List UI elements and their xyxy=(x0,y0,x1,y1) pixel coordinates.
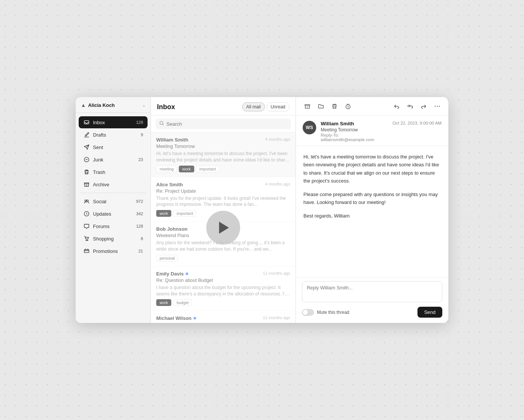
sidebar-item-shopping-badge: 8 xyxy=(136,236,143,241)
sent-icon xyxy=(83,144,90,151)
email-item-1[interactable]: William Smith 4 months ago Meeting Tomor… xyxy=(151,132,296,177)
email-tags-1: meeting work important xyxy=(156,166,290,172)
tag-meeting: meeting xyxy=(156,166,177,172)
account-header[interactable]: ▲ Alicia Koch ⌄ xyxy=(76,97,151,113)
email-tags-4: work budget xyxy=(156,299,290,306)
sidebar-nav: Inbox 128 Drafts 9 xyxy=(76,113,151,323)
drafts-icon xyxy=(83,131,90,138)
unread-dot-5 xyxy=(193,317,196,320)
inbox-icon xyxy=(83,119,90,126)
send-button[interactable]: Send xyxy=(417,307,442,318)
tag-budget: budget xyxy=(173,299,192,306)
toolbar-forward-btn[interactable] xyxy=(418,101,429,111)
body-para-1: Hi, let's have a meeting tomorrow to dis… xyxy=(303,153,441,185)
email-time-1: 4 months ago xyxy=(265,137,290,143)
sidebar-item-trash[interactable]: Trash xyxy=(79,166,148,178)
updates-icon xyxy=(83,210,90,217)
tag-important-1: important xyxy=(196,166,219,172)
sidebar-item-inbox[interactable]: Inbox 128 xyxy=(79,116,148,128)
toolbar-more-btn[interactable] xyxy=(432,101,442,111)
tag-work-1: work xyxy=(179,166,194,172)
detail-toolbar xyxy=(296,97,448,116)
mute-toggle[interactable] xyxy=(302,309,314,316)
email-time-2: 4 months ago xyxy=(265,182,290,187)
body-para-3: Best regards, William xyxy=(303,212,441,220)
sidebar-item-shopping[interactable]: Shopping 8 xyxy=(79,233,148,245)
account-chevron[interactable]: ⌄ xyxy=(142,103,145,107)
video-play-button[interactable] xyxy=(206,211,240,245)
toolbar-folder-btn[interactable] xyxy=(315,101,326,111)
svg-point-4 xyxy=(87,200,88,201)
email-preview-1: Hi, let's have a meeting tomorrow to dis… xyxy=(156,151,290,163)
sidebar-item-archive[interactable]: Archive xyxy=(79,178,148,190)
social-icon xyxy=(83,198,90,205)
sidebar-item-promotions-badge: 21 xyxy=(136,249,143,253)
detail-email-header: WS William Smith Meeting Tomorrow Reply-… xyxy=(296,116,448,146)
toolbar-reply-btn[interactable] xyxy=(391,101,402,111)
email-preview-2: Thank you for the project update. It loo… xyxy=(156,195,290,208)
sidebar: ▲ Alicia Koch ⌄ Inbox 128 xyxy=(76,97,151,323)
shopping-icon xyxy=(83,235,90,242)
search-icon xyxy=(159,121,164,127)
mute-label: Mute this thread xyxy=(317,310,349,315)
svg-point-9 xyxy=(160,122,163,125)
toolbar-trash-btn[interactable] xyxy=(329,101,340,111)
junk-icon xyxy=(83,156,90,163)
sidebar-item-sent[interactable]: Sent xyxy=(79,141,148,153)
filter-group: All mail Unread xyxy=(242,102,289,111)
filter-all-mail[interactable]: All mail xyxy=(242,102,265,111)
sidebar-item-social-label: Social xyxy=(93,199,136,204)
email-subject-4: Re: Question about Budget xyxy=(156,278,290,283)
sidebar-item-junk[interactable]: Junk 23 xyxy=(79,154,148,166)
sidebar-item-inbox-badge: 128 xyxy=(136,120,143,125)
sidebar-item-promotions[interactable]: Promotions 21 xyxy=(79,245,148,257)
search-bar xyxy=(151,116,296,132)
sidebar-item-promotions-label: Promotions xyxy=(93,248,136,254)
inbox-panel: Inbox All mail Unread xyxy=(151,97,296,323)
sidebar-item-social[interactable]: Social 972 xyxy=(79,195,148,207)
email-item-4[interactable]: Emily Davis 11 months ago Re: Question a… xyxy=(151,266,296,311)
svg-rect-2 xyxy=(84,183,89,184)
email-sender-1: William Smith xyxy=(156,137,188,143)
detail-sender-name: William Smith xyxy=(321,121,388,126)
sidebar-item-social-badge: 972 xyxy=(136,199,143,204)
account-icon: ▲ xyxy=(81,102,86,108)
sidebar-item-junk-label: Junk xyxy=(93,157,136,163)
sidebar-item-forums[interactable]: Forums 128 xyxy=(79,220,148,232)
tag-work-4: work xyxy=(156,299,171,306)
email-item-5[interactable]: Michael Wilson 11 months ago Important A… xyxy=(151,311,296,323)
svg-point-12 xyxy=(434,106,435,107)
email-time-5: 11 months ago xyxy=(263,315,290,321)
sender-avatar: WS xyxy=(303,121,316,134)
search-input[interactable] xyxy=(166,121,287,127)
email-sender-3: Bob Johnson xyxy=(156,226,187,232)
email-preview-4: I have a question about the budget for t… xyxy=(156,285,290,297)
email-subject-2: Re: Project Update xyxy=(156,189,290,194)
archive-icon xyxy=(83,181,90,188)
tag-personal: personal xyxy=(156,255,178,262)
reply-textarea[interactable] xyxy=(302,281,442,302)
sidebar-item-junk-badge: 23 xyxy=(136,157,143,162)
sidebar-item-drafts[interactable]: Drafts 9 xyxy=(79,129,148,141)
sidebar-item-inbox-label: Inbox xyxy=(93,120,136,125)
email-subject-5: Important Announcement xyxy=(156,322,290,323)
svg-point-7 xyxy=(87,240,88,241)
filter-unread[interactable]: Unread xyxy=(267,102,289,111)
toolbar-reply-all-btn[interactable] xyxy=(405,101,415,111)
account-name: Alicia Koch xyxy=(88,102,115,108)
email-time-4: 11 months ago xyxy=(263,271,290,277)
sidebar-item-forums-badge: 128 xyxy=(136,224,143,228)
body-para-2: Please come prepared with any questions … xyxy=(303,190,441,207)
email-sender-2: Alice Smith xyxy=(156,182,183,187)
svg-point-13 xyxy=(437,106,437,107)
forums-icon xyxy=(83,223,90,230)
sidebar-item-updates[interactable]: Updates 342 xyxy=(79,208,148,220)
email-subject-1: Meeting Tomorrow xyxy=(156,144,290,149)
svg-point-14 xyxy=(439,106,439,107)
toolbar-archive-btn[interactable] xyxy=(302,101,312,111)
sidebar-item-shopping-label: Shopping xyxy=(93,236,136,242)
sidebar-item-sent-label: Sent xyxy=(93,145,136,150)
svg-rect-8 xyxy=(84,250,89,253)
reply-area: Mute this thread Send xyxy=(296,277,448,323)
toolbar-clock-btn[interactable] xyxy=(343,101,353,111)
